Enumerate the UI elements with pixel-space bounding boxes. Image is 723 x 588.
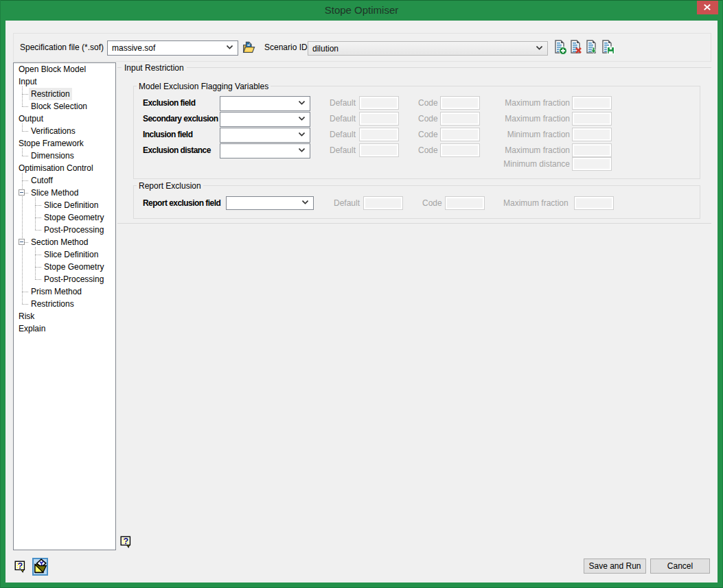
svg-text:?: ?	[17, 561, 23, 571]
svg-text:?: ?	[123, 537, 128, 546]
